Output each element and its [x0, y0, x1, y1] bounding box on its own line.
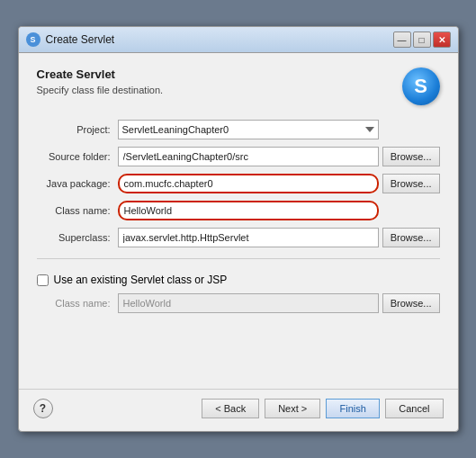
existing-class-input: [118, 293, 379, 313]
maximize-button[interactable]: □: [413, 31, 431, 48]
finish-button[interactable]: Finish: [326, 399, 380, 418]
source-folder-label: Source folder:: [37, 151, 118, 162]
dialog-title: Create Servlet: [37, 67, 164, 81]
spring-logo-icon: S: [402, 67, 440, 105]
class-name-input[interactable]: [118, 201, 379, 220]
dialog-icon: S: [26, 32, 40, 47]
superclass-label: Superclass:: [37, 232, 118, 243]
dialog-icon-letter: S: [30, 35, 35, 44]
close-button[interactable]: ✕: [433, 31, 451, 48]
java-package-label: Java package:: [37, 178, 118, 189]
dialog-subtitle: Specify class file destination.: [37, 85, 164, 95]
source-folder-browse-button[interactable]: Browse...: [382, 147, 440, 166]
existing-class-label: Class name:: [37, 298, 118, 309]
java-package-input[interactable]: [118, 174, 379, 193]
minimize-button[interactable]: —: [393, 31, 411, 48]
use-existing-label[interactable]: Use an existing Servlet class or JSP: [54, 274, 228, 286]
existing-servlet-checkbox-row: Use an existing Servlet class or JSP: [37, 274, 379, 286]
title-bar-left: S Create Servlet: [26, 32, 115, 47]
back-button[interactable]: < Back: [202, 399, 259, 418]
title-bar-text: Create Servlet: [46, 33, 115, 46]
empty-area: [37, 313, 440, 367]
superclass-browse-button[interactable]: Browse...: [382, 228, 440, 247]
separator: [37, 258, 440, 259]
project-select[interactable]: ServletLeaningChapter0: [118, 120, 379, 139]
dialog-header-text: Create Servlet Specify class file destin…: [37, 67, 164, 95]
existing-class-browse-button[interactable]: Browse...: [382, 293, 440, 313]
title-bar-controls: — □ ✕: [393, 31, 451, 48]
source-folder-input[interactable]: [118, 147, 379, 166]
create-servlet-dialog: S Create Servlet — □ ✕ Create Servlet Sp…: [18, 26, 459, 432]
java-package-browse-button[interactable]: Browse...: [382, 174, 440, 193]
cancel-button[interactable]: Cancel: [385, 399, 443, 418]
next-button[interactable]: Next >: [265, 399, 320, 418]
project-label: Project:: [37, 124, 118, 135]
use-existing-checkbox[interactable]: [37, 274, 49, 286]
dialog-content: Create Servlet Specify class file destin…: [19, 53, 458, 382]
help-button[interactable]: ?: [33, 399, 53, 418]
form-grid: Project: ServletLeaningChapter0 Source f…: [37, 120, 440, 313]
dialog-header: Create Servlet Specify class file destin…: [37, 67, 440, 105]
footer-left: ?: [33, 399, 53, 418]
footer-right: < Back Next > Finish Cancel: [202, 399, 443, 418]
dialog-footer: ? < Back Next > Finish Cancel: [19, 389, 458, 431]
class-name-label: Class name:: [37, 205, 118, 216]
title-bar: S Create Servlet — □ ✕: [19, 27, 458, 53]
superclass-input[interactable]: [118, 228, 379, 247]
